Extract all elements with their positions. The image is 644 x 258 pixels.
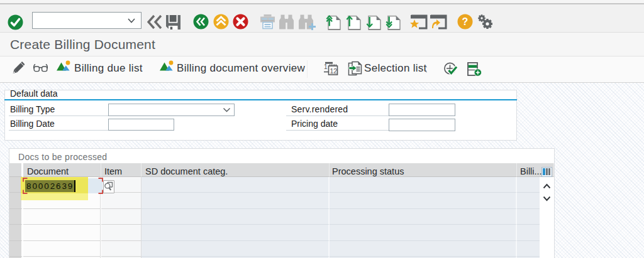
svg-text:1: 1 [324,63,328,70]
svg-text:?: ? [462,16,469,27]
svg-text:12: 12 [330,67,338,75]
